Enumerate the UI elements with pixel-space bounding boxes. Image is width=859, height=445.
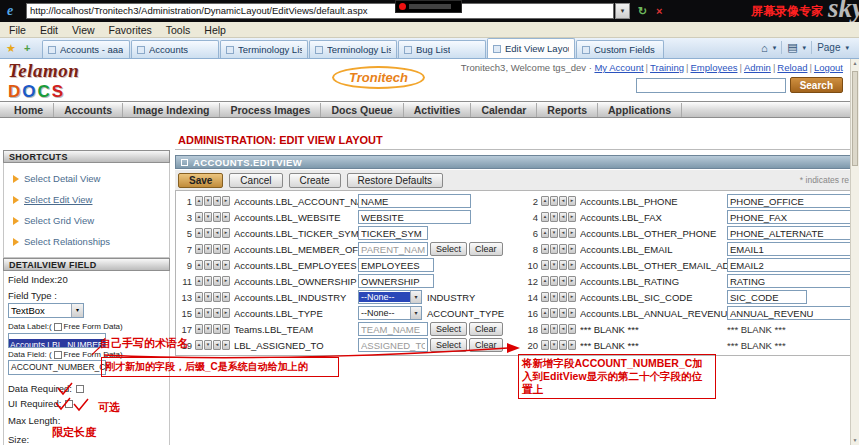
move-down-icon[interactable]: ▼: [204, 212, 212, 222]
move-down-icon[interactable]: ▼: [204, 196, 212, 206]
nav-item-reports[interactable]: Reports: [537, 103, 598, 117]
field-input[interactable]: [727, 242, 852, 256]
data-label-input[interactable]: Accounts.LBL_NUMBER: [8, 333, 106, 348]
field-input[interactable]: [358, 210, 471, 224]
move-left-icon[interactable]: ◄: [213, 276, 221, 286]
scrollbar-thumb[interactable]: [852, 71, 858, 166]
browser-tab[interactable]: Terminology List: [309, 40, 397, 58]
header-link-my-account[interactable]: My Account: [594, 62, 643, 73]
move-right-icon[interactable]: ►: [222, 276, 230, 286]
header-link-admin[interactable]: Admin: [744, 62, 771, 73]
move-right-icon[interactable]: ►: [222, 340, 230, 350]
move-right-icon[interactable]: ►: [568, 324, 576, 334]
move-left-icon[interactable]: ◄: [213, 340, 221, 350]
data-field-input[interactable]: ACCOUNT_NUMBER_C: [8, 360, 106, 375]
menu-item-view[interactable]: View: [65, 24, 102, 36]
nav-item-home[interactable]: Home: [4, 103, 54, 117]
move-up-icon[interactable]: ▲: [541, 260, 549, 270]
move-up-icon[interactable]: ▲: [541, 308, 549, 318]
browser-tab[interactable]: Accounts: [131, 40, 219, 58]
move-up-icon[interactable]: ▲: [195, 196, 203, 206]
move-left-icon[interactable]: ◄: [213, 212, 221, 222]
move-down-icon[interactable]: ▼: [204, 244, 212, 254]
field-input[interactable]: [727, 274, 852, 288]
move-left-icon[interactable]: ◄: [559, 292, 567, 302]
vertical-scrollbar[interactable]: ▲ ▼: [850, 59, 859, 445]
move-right-icon[interactable]: ►: [568, 196, 576, 206]
field-input[interactable]: [358, 194, 471, 208]
move-left-icon[interactable]: ◄: [559, 228, 567, 238]
move-up-icon[interactable]: ▲: [195, 228, 203, 238]
data-label-freeform-checkbox[interactable]: [54, 323, 62, 331]
header-link-employees[interactable]: Employees: [690, 62, 737, 73]
move-left-icon[interactable]: ◄: [213, 292, 221, 302]
add-favorite-icon[interactable]: +: [24, 42, 30, 54]
move-right-icon[interactable]: ►: [568, 276, 576, 286]
field-input[interactable]: [358, 274, 434, 288]
field-input[interactable]: [727, 210, 852, 224]
move-up-icon[interactable]: ▲: [195, 276, 203, 286]
move-up-icon[interactable]: ▲: [541, 340, 549, 350]
move-down-icon[interactable]: ▼: [204, 324, 212, 334]
nav-item-applications[interactable]: Applications: [598, 103, 682, 117]
address-bar[interactable]: http://localhost/Tronitech3/Administrati…: [26, 3, 614, 19]
field-input[interactable]: [358, 226, 428, 240]
move-left-icon[interactable]: ◄: [559, 276, 567, 286]
cancel-button[interactable]: Cancel: [229, 173, 282, 188]
nav-item-accounts[interactable]: Accounts: [54, 103, 123, 117]
print-icon[interactable]: ▤: [787, 41, 797, 54]
search-button[interactable]: Search: [790, 77, 843, 93]
restore-defaults-button[interactable]: Restore Defaults: [347, 173, 443, 188]
move-right-icon[interactable]: ►: [222, 324, 230, 334]
move-up-icon[interactable]: ▲: [541, 276, 549, 286]
move-right-icon[interactable]: ►: [222, 228, 230, 238]
select-button[interactable]: Select: [430, 338, 467, 352]
field-input[interactable]: [727, 258, 852, 272]
screen-recorder-overlay[interactable]: [395, 0, 462, 13]
header-link-training[interactable]: Training: [650, 62, 684, 73]
move-up-icon[interactable]: ▲: [541, 228, 549, 238]
move-left-icon[interactable]: ◄: [213, 308, 221, 318]
favorites-star-icon[interactable]: ★: [6, 42, 16, 55]
move-up-icon[interactable]: ▲: [195, 260, 203, 270]
move-down-icon[interactable]: ▼: [204, 260, 212, 270]
move-right-icon[interactable]: ►: [568, 292, 576, 302]
field-type-dropdown[interactable]: TextBox ▾: [8, 303, 84, 318]
select-button[interactable]: Select: [430, 242, 467, 256]
move-right-icon[interactable]: ►: [568, 228, 576, 238]
refresh-icon[interactable]: ↻: [638, 4, 647, 18]
menu-item-favorites[interactable]: Favorites: [102, 24, 159, 36]
move-right-icon[interactable]: ►: [222, 292, 230, 302]
move-left-icon[interactable]: ◄: [213, 196, 221, 206]
page-button[interactable]: Page: [817, 42, 840, 53]
move-up-icon[interactable]: ▲: [195, 340, 203, 350]
browser-tab[interactable]: Terminology List: [220, 40, 308, 58]
move-left-icon[interactable]: ◄: [213, 260, 221, 270]
data-field-freeform-checkbox[interactable]: [54, 351, 62, 359]
move-left-icon[interactable]: ◄: [559, 308, 567, 318]
create-button[interactable]: Create: [289, 173, 341, 188]
move-right-icon[interactable]: ►: [222, 212, 230, 222]
move-right-icon[interactable]: ►: [568, 308, 576, 318]
clear-button[interactable]: Clear: [469, 322, 503, 336]
move-up-icon[interactable]: ▲: [195, 292, 203, 302]
move-right-icon[interactable]: ►: [222, 196, 230, 206]
move-down-icon[interactable]: ▼: [204, 292, 212, 302]
browser-tab[interactable]: Edit View Layout: [487, 38, 575, 58]
move-left-icon[interactable]: ◄: [559, 212, 567, 222]
home-icon[interactable]: ⌂: [761, 42, 768, 54]
move-up-icon[interactable]: ▲: [541, 292, 549, 302]
header-link-reload[interactable]: Reload: [777, 62, 807, 73]
field-input[interactable]: [358, 258, 434, 272]
move-down-icon[interactable]: ▼: [550, 196, 558, 206]
move-up-icon[interactable]: ▲: [541, 212, 549, 222]
stop-icon[interactable]: ×: [656, 4, 662, 18]
clear-button[interactable]: Clear: [469, 242, 503, 256]
move-down-icon[interactable]: ▼: [550, 244, 558, 254]
nav-item-image-indexing[interactable]: Image Indexing: [123, 103, 220, 117]
move-right-icon[interactable]: ►: [568, 212, 576, 222]
move-left-icon[interactable]: ◄: [559, 196, 567, 206]
chevron-down-icon[interactable]: ▾: [773, 44, 777, 52]
shortcut-item-select-edit-view[interactable]: Select Edit View: [4, 189, 169, 210]
move-down-icon[interactable]: ▼: [550, 212, 558, 222]
